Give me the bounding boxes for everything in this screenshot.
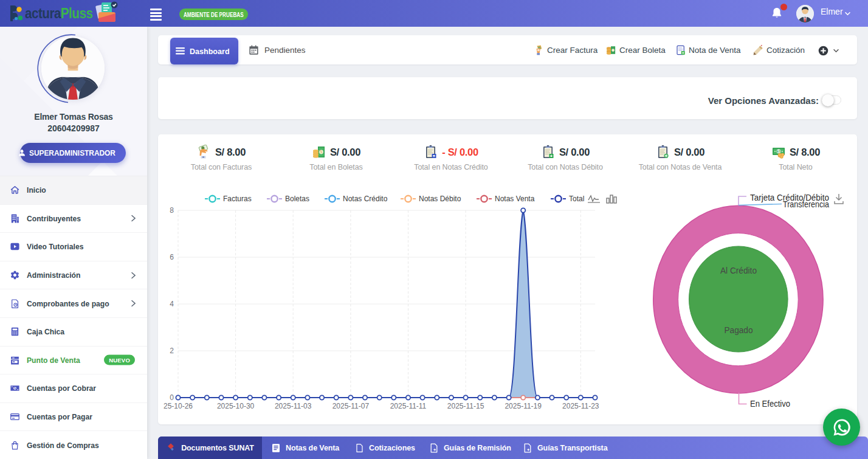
svg-text:2025-11-11: 2025-11-11 (390, 402, 427, 410)
svg-text:2: 2 (170, 347, 174, 355)
svg-text:Transferencia: Transferencia (783, 199, 830, 209)
svg-text:6: 6 (170, 253, 174, 261)
svg-text:Pagado: Pagado (725, 325, 753, 335)
svg-text:2025-11-15: 2025-11-15 (447, 402, 484, 410)
svg-text:8: 8 (170, 206, 174, 215)
svg-text:2025-11-07: 2025-11-07 (332, 402, 370, 410)
svg-text:2025-11-19: 2025-11-19 (505, 402, 542, 410)
svg-text:4: 4 (170, 300, 174, 308)
svg-text:Al Crédito: Al Crédito (720, 265, 757, 275)
svg-text:2025-10-30: 2025-10-30 (217, 402, 255, 410)
svg-text:0: 0 (170, 393, 174, 402)
svg-text:En Efectivo: En Efectivo (750, 398, 790, 409)
svg-text:25-10-26: 25-10-26 (164, 402, 193, 410)
svg-text:2025-11-03: 2025-11-03 (275, 402, 312, 410)
svg-text:2025-11-23: 2025-11-23 (562, 402, 599, 410)
svg-text:$: $ (777, 149, 780, 154)
